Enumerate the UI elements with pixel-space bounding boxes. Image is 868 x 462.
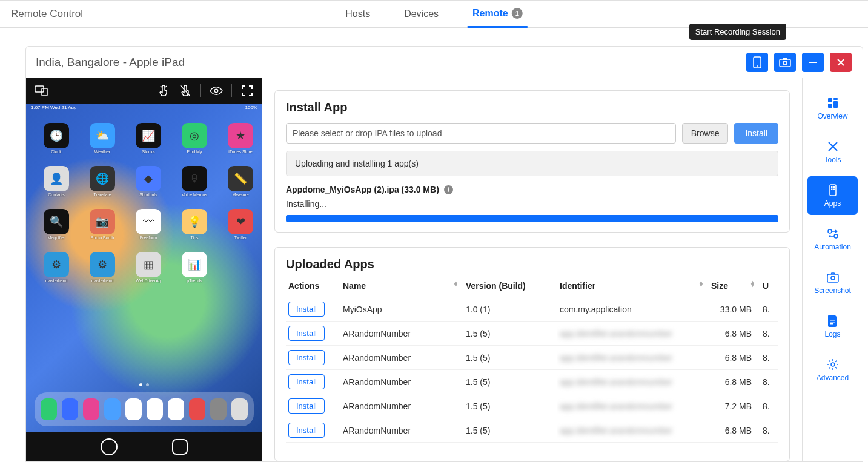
- sidebar-item-logs[interactable]: Logs: [807, 307, 858, 346]
- row-install-button[interactable]: Install: [288, 423, 325, 438]
- sidebar-item-apps[interactable]: Apps: [807, 176, 858, 215]
- app-icon[interactable]: 🕒Clock: [38, 123, 75, 154]
- session-header: India, Bangalore - Apple iPad Start Reco…: [26, 47, 863, 78]
- no-tap-icon[interactable]: [179, 84, 192, 97]
- session-panel: India, Bangalore - Apple iPad Start Reco…: [25, 46, 863, 462]
- close-button[interactable]: [830, 53, 852, 72]
- tab-remote[interactable]: Remote 1: [468, 0, 528, 28]
- app-icon[interactable]: 〰Freeform: [130, 209, 167, 240]
- app-icon[interactable]: ◎Find My: [176, 123, 213, 154]
- svg-point-22: [834, 234, 838, 238]
- app-icon[interactable]: ⚙masterhand: [84, 252, 121, 283]
- cell-name: ARandomNumber: [340, 370, 463, 394]
- cell-name: ARandomNumber: [340, 394, 463, 418]
- tools-icon: [826, 140, 840, 153]
- upload-dropzone[interactable]: Please select or drop IPA files to uploa…: [286, 123, 676, 144]
- tab-bar: Hosts Devices Remote 1: [340, 0, 528, 28]
- row-install-button[interactable]: Install: [288, 326, 325, 341]
- tab-hosts[interactable]: Hosts: [340, 0, 375, 28]
- app-icon[interactable]: ⚙masterhand: [38, 252, 75, 283]
- session-title: India, Bangalore - Apple iPad: [36, 56, 185, 69]
- cell-identifier: app.identifier.arandomnumber: [557, 346, 709, 370]
- cell-identifier: app.identifier.arandomnumber: [557, 370, 709, 394]
- cell-u: 8.: [760, 394, 778, 418]
- progress-bar: [286, 215, 778, 222]
- cell-size: 7.2 MB: [709, 394, 760, 418]
- col-size[interactable]: Size▲▼: [709, 277, 760, 297]
- dock-icon[interactable]: [104, 398, 121, 420]
- info-icon[interactable]: i: [444, 185, 453, 194]
- app-icon[interactable]: ❤Twitter: [222, 209, 259, 240]
- col-u[interactable]: U: [760, 277, 778, 297]
- eye-icon[interactable]: [210, 84, 223, 97]
- cell-size: 6.8 MB: [709, 346, 760, 370]
- col-name[interactable]: Name▲▼: [340, 277, 463, 297]
- camera-icon: [779, 58, 791, 67]
- dock-icon[interactable]: [125, 398, 142, 420]
- cell-identifier: app.identifier.arandomnumber: [557, 418, 709, 443]
- device-button[interactable]: [746, 53, 768, 72]
- tab-devices[interactable]: Devices: [399, 0, 443, 28]
- dock-icon[interactable]: [231, 398, 248, 420]
- dock-icon[interactable]: [41, 398, 57, 420]
- dock-icon[interactable]: [168, 398, 184, 420]
- cell-size: 33.0 MB: [709, 297, 760, 322]
- sidebar-item-label: Apps: [824, 199, 841, 208]
- app-icon[interactable]: 🎙Voice Memos: [176, 166, 213, 197]
- app-icon[interactable]: 🌐Translate: [84, 166, 121, 197]
- sidebar-item-label: Advanced: [817, 374, 849, 382]
- svg-rect-14: [833, 101, 838, 108]
- app-icon[interactable]: ★iTunes Store: [222, 123, 259, 154]
- browse-button[interactable]: Browse: [682, 123, 729, 144]
- apps-table-scroll[interactable]: Actions Name▲▼ Version (Build) Identifie…: [286, 277, 778, 461]
- app-icon[interactable]: 👤Contacts: [38, 166, 75, 197]
- app-icon[interactable]: 💡Tips: [176, 209, 213, 240]
- devices-icon[interactable]: [35, 84, 48, 97]
- row-install-button[interactable]: Install: [288, 302, 325, 317]
- sidebar-item-overview[interactable]: Overview: [807, 89, 858, 128]
- install-button[interactable]: Install: [734, 123, 778, 144]
- fullscreen-icon[interactable]: [240, 84, 254, 97]
- dock-icon[interactable]: [210, 398, 227, 420]
- cell-u: 8.: [760, 346, 778, 370]
- app-icon[interactable]: ▦WebDriverAg: [130, 252, 167, 283]
- svg-rect-20: [833, 189, 835, 191]
- sidebar-item-label: Logs: [824, 330, 840, 338]
- dock-icon[interactable]: [83, 398, 99, 420]
- col-version[interactable]: Version (Build): [463, 277, 557, 297]
- cell-size: 6.8 MB: [709, 322, 760, 346]
- app-title: Remote Control: [11, 8, 83, 20]
- sidebar-item-tools[interactable]: Tools: [807, 133, 858, 171]
- session-actions: Start Recording Session: [746, 53, 852, 72]
- home-button[interactable]: [101, 438, 118, 455]
- tap-icon[interactable]: [157, 84, 170, 97]
- device-screen[interactable]: 1:07 PM Wed 21 Aug 100% 🕒Clock⛅Weather📈S…: [26, 104, 262, 432]
- app-icon[interactable]: 📊pTrends: [176, 252, 213, 283]
- app-icon[interactable]: 🔍Magnifier: [38, 209, 75, 240]
- app-icon[interactable]: 📈Stocks: [130, 123, 167, 154]
- sidebar-item-automation[interactable]: Automation: [807, 220, 858, 259]
- install-state: Installing...: [286, 199, 778, 209]
- sidebar-item-advanced[interactable]: Advanced: [807, 351, 858, 389]
- col-identifier[interactable]: Identifier▲▼: [557, 277, 709, 297]
- device-statusbar: 1:07 PM Wed 21 Aug 100%: [26, 104, 262, 112]
- record-button[interactable]: [774, 53, 796, 72]
- table-row: Install ARandomNumber 1.5 (5) app.identi…: [286, 346, 778, 370]
- screenshot-icon: [826, 271, 840, 284]
- app-icon[interactable]: ⛅Weather: [84, 123, 121, 154]
- dock-icon[interactable]: [189, 398, 205, 420]
- row-install-button[interactable]: Install: [288, 374, 325, 389]
- recents-button[interactable]: [172, 439, 188, 455]
- row-install-button[interactable]: Install: [288, 350, 325, 365]
- app-icon[interactable]: 📏Measure: [222, 166, 259, 197]
- svg-rect-26: [830, 322, 835, 323]
- sidebar-item-screenshot[interactable]: Screenshot: [807, 263, 858, 302]
- dock-icon[interactable]: [147, 398, 163, 420]
- minimize-button[interactable]: [802, 53, 824, 72]
- app-icon[interactable]: ◆Shortcuts: [130, 166, 167, 197]
- session-body: 1:07 PM Wed 21 Aug 100% 🕒Clock⛅Weather📈S…: [26, 78, 863, 461]
- tab-remote-badge: 1: [512, 8, 523, 19]
- row-install-button[interactable]: Install: [288, 398, 325, 414]
- app-icon[interactable]: 📷Photo Booth: [84, 209, 121, 240]
- dock-icon[interactable]: [62, 398, 78, 420]
